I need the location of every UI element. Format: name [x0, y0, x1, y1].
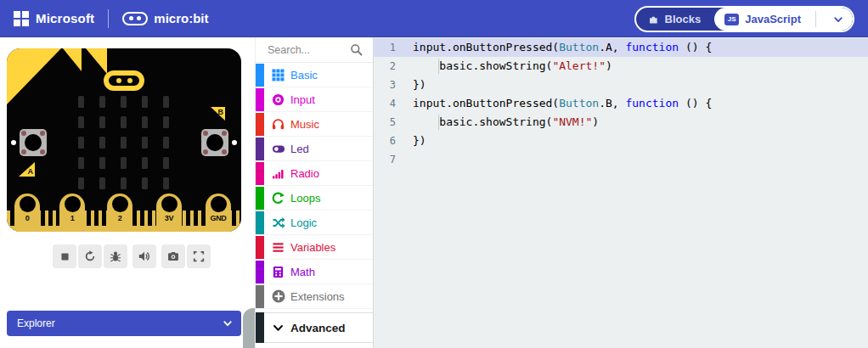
- led: [99, 177, 105, 189]
- simulator-panel: A B 0123VGND Explorer: [0, 37, 255, 348]
- microsoft-logo-icon[interactable]: [14, 11, 29, 26]
- code-line: 3}): [374, 76, 868, 94]
- led: [99, 157, 105, 169]
- button-b-label: B: [211, 107, 225, 121]
- pin-1[interactable]: 1: [59, 194, 85, 232]
- stop-button[interactable]: [53, 244, 76, 268]
- fullscreen-icon: [193, 250, 205, 262]
- led: [121, 96, 127, 108]
- code-lines: 1input.onButtonPressed(Button.A, functio…: [374, 38, 868, 169]
- toolbox-category-music[interactable]: Music: [256, 112, 373, 137]
- led: [78, 177, 84, 189]
- shuffle-icon: [271, 216, 285, 229]
- toolbox-category-advanced[interactable]: Advanced: [256, 312, 373, 343]
- toolbox: BasicInputMusicLedRadioLoopsLogicVariabl…: [255, 37, 374, 348]
- toolbox-category-loops[interactable]: Loops: [256, 186, 373, 210]
- toolbox-category-radio[interactable]: Radio: [256, 161, 373, 186]
- category-label: Math: [290, 266, 315, 278]
- line-number: 1: [374, 38, 413, 57]
- code-line: 7: [374, 150, 868, 169]
- category-color-bar: [256, 211, 264, 234]
- button-b[interactable]: [201, 129, 228, 156]
- screenshot-button[interactable]: [161, 244, 185, 268]
- js-badge-icon: JS: [724, 14, 739, 25]
- code-line: 5 basic.showString("NVM!"): [374, 113, 868, 132]
- pin-hole: [112, 196, 128, 212]
- pin-0[interactable]: 0: [14, 194, 40, 232]
- pin-label: 0: [14, 214, 40, 222]
- led: [78, 157, 84, 169]
- led: [78, 116, 84, 128]
- pin-3v[interactable]: 3V: [156, 194, 182, 232]
- debug-button[interactable]: [104, 244, 127, 268]
- line-number: 5: [374, 113, 413, 132]
- explorer-toggle[interactable]: Explorer: [7, 311, 241, 336]
- toolbox-category-variables[interactable]: Variables: [256, 235, 373, 260]
- toolbox-search[interactable]: [256, 37, 373, 63]
- category-label: Basic: [290, 69, 318, 81]
- led: [142, 177, 148, 189]
- category-color-bar: [256, 236, 264, 259]
- toolbox-category-basic[interactable]: Basic: [256, 63, 373, 87]
- right-board-dot: [232, 140, 237, 145]
- chevron-down-icon: [223, 318, 233, 328]
- code-line: 6}): [374, 132, 868, 150]
- category-color-bar: [256, 162, 264, 185]
- button-a-label: A: [19, 162, 35, 177]
- indent-guide: [438, 59, 439, 74]
- pin-hole: [20, 196, 36, 212]
- pin-label: GND: [206, 214, 231, 222]
- category-label: Music: [290, 118, 319, 131]
- led: [121, 137, 127, 149]
- led: [163, 177, 169, 189]
- bug-icon: [110, 250, 121, 262]
- pin-2[interactable]: 2: [107, 194, 132, 232]
- toolbox-category-led[interactable]: Led: [256, 137, 373, 161]
- category-label: Led: [290, 143, 309, 155]
- led: [142, 116, 148, 128]
- category-color-bar: [256, 113, 264, 136]
- code-text: }): [413, 132, 426, 150]
- category-label: Variables: [290, 241, 335, 254]
- button-a[interactable]: [20, 129, 47, 156]
- led: [121, 157, 127, 169]
- led: [99, 96, 105, 108]
- pin-label: 1: [59, 214, 85, 222]
- restart-button[interactable]: [78, 244, 102, 268]
- code-editor[interactable]: 1input.onButtonPressed(Button.A, functio…: [374, 37, 868, 348]
- microsoft-brand-label: Microsoft: [36, 11, 94, 25]
- control-group: [161, 244, 211, 268]
- toolbox-flap[interactable]: [243, 308, 255, 348]
- search-icon[interactable]: [350, 43, 363, 56]
- pin-gnd[interactable]: GND: [206, 194, 231, 232]
- category-label: Input: [290, 93, 315, 106]
- simulator-controls: [53, 244, 211, 268]
- restart-icon: [84, 250, 96, 262]
- headphones-icon: [271, 118, 285, 131]
- left-board-dot: [11, 140, 16, 145]
- control-group: [53, 244, 127, 268]
- toolbox-category-logic[interactable]: Logic: [256, 210, 373, 235]
- category-color-bar: [256, 138, 264, 160]
- mute-button[interactable]: [132, 244, 156, 268]
- toolbox-category-extensions[interactable]: Extensions: [256, 284, 373, 309]
- search-input[interactable]: [268, 44, 344, 56]
- led: [99, 116, 105, 128]
- pin-hole: [65, 196, 81, 212]
- blocks-toggle-button[interactable]: Blocks: [636, 8, 715, 31]
- microbit-board-logo[interactable]: [104, 70, 144, 91]
- fullscreen-button[interactable]: [187, 244, 211, 268]
- javascript-toggle-button[interactable]: JS JavaScript: [714, 8, 853, 31]
- chevron-down-icon[interactable]: [827, 8, 849, 31]
- microbit-logo-icon[interactable]: [122, 12, 148, 25]
- category-color-bar: [256, 261, 264, 283]
- led: [142, 96, 148, 108]
- microbit-brand-label: micro:bit: [154, 11, 208, 25]
- toolbox-category-input[interactable]: Input: [256, 87, 373, 112]
- puzzle-icon: [648, 14, 659, 25]
- loop-icon: [271, 192, 285, 205]
- led: [121, 116, 127, 128]
- toolbox-category-math[interactable]: Math: [256, 260, 373, 284]
- led: [142, 137, 148, 149]
- code-line: 1input.onButtonPressed(Button.A, functio…: [374, 38, 868, 57]
